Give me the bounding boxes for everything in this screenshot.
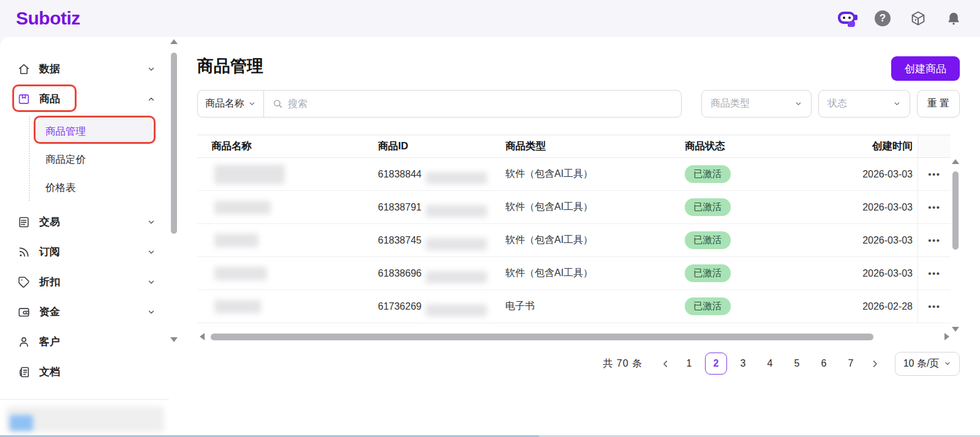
notification-bell-icon[interactable] xyxy=(944,9,963,28)
next-page-icon[interactable] xyxy=(865,353,884,374)
reset-button[interactable]: 重置 xyxy=(917,90,960,118)
column-header-actions xyxy=(918,135,951,157)
wallet-icon xyxy=(17,305,31,319)
scroll-right-arrow-icon[interactable] xyxy=(944,333,949,340)
more-actions-icon[interactable]: ••• xyxy=(928,304,940,309)
column-header: 商品类型 xyxy=(505,140,680,153)
logo: Subotiz xyxy=(16,8,80,29)
rss-icon xyxy=(17,245,31,259)
status-placeholder: 状态 xyxy=(827,97,847,110)
product-id: 61838745 xyxy=(378,235,421,245)
table-row: 61838696软件（包含AI工具）已激活2026-03-03••• xyxy=(197,257,951,290)
search-field-select[interactable]: 商品名称 xyxy=(198,91,264,117)
status-badge: 已激活 xyxy=(685,297,731,315)
redacted-product-name xyxy=(214,165,285,184)
redacted-product-id xyxy=(426,172,487,184)
page-number-5[interactable]: 5 xyxy=(786,353,808,375)
sidebar-subitem-价格表[interactable]: 价格表 xyxy=(37,175,156,201)
page-number-2[interactable]: 2 xyxy=(705,353,727,375)
product-type-cell: 软件（包含AI工具） xyxy=(505,234,680,247)
sidebar-subitem-商品定价[interactable]: 商品定价 xyxy=(37,147,156,173)
scroll-down-arrow-icon[interactable] xyxy=(952,327,959,332)
sidebar-item-折扣[interactable]: 折扣 xyxy=(0,267,169,297)
sidebar-scrollbar-thumb[interactable] xyxy=(171,53,177,234)
help-icon[interactable]: ? xyxy=(873,9,892,28)
created-date-cell: 2026-03-03 xyxy=(846,268,918,279)
pagination-total: 共 70 条 xyxy=(603,357,643,370)
submenu-guide-line xyxy=(29,116,30,201)
package-icon[interactable] xyxy=(909,9,927,28)
sidebar-item-资金[interactable]: 资金 xyxy=(0,297,169,327)
table-row: 61838791软件（包含AI工具）已激活2026-03-03••• xyxy=(197,191,951,224)
user-icon xyxy=(17,335,31,349)
more-actions-icon[interactable]: ••• xyxy=(928,205,940,210)
page-number-1[interactable]: 1 xyxy=(678,353,700,375)
product-type-cell: 软件（包含AI工具） xyxy=(505,267,680,280)
sidebar-item-商品[interactable]: 商品 xyxy=(0,84,169,114)
product-status-cell: 已激活 xyxy=(680,165,846,183)
sidebar-item-label: 文档 xyxy=(39,365,60,379)
created-date-cell: 2026-03-03 xyxy=(846,235,918,246)
scroll-left-arrow-icon[interactable] xyxy=(200,333,205,340)
page-number-3[interactable]: 3 xyxy=(732,353,754,375)
search-box xyxy=(264,91,681,117)
sidebar-item-label: 数据 xyxy=(39,62,60,76)
row-actions-cell: ••• xyxy=(918,257,951,289)
create-product-button[interactable]: 创建商品 xyxy=(891,56,960,81)
more-actions-icon[interactable]: ••• xyxy=(928,238,940,243)
created-date-cell: 2026-02-28 xyxy=(846,301,918,312)
sidebar-item-label: 折扣 xyxy=(39,275,60,289)
pagination: 共 70 条 1234567 10 条/页 xyxy=(603,351,960,376)
assistant-robot-icon[interactable] xyxy=(838,9,856,28)
chevron-up-icon xyxy=(147,95,156,103)
search-combo: 商品名称 xyxy=(197,90,682,118)
sidebar-item-交易[interactable]: 交易 xyxy=(0,207,169,237)
created-date-cell: 2026-03-03 xyxy=(846,202,918,213)
sidebar-subitem-商品管理[interactable]: 商品管理 xyxy=(37,119,156,144)
table-horizontal-scrollbar[interactable] xyxy=(197,331,951,342)
page-number-7[interactable]: 7 xyxy=(840,353,862,375)
redacted-product-id xyxy=(426,271,487,283)
row-actions-cell: ••• xyxy=(918,191,951,223)
scroll-down-arrow-icon[interactable] xyxy=(170,337,178,342)
sidebar-footer-divider xyxy=(0,399,169,400)
product-type-cell: 软件（包含AI工具） xyxy=(505,168,680,181)
scroll-up-arrow-icon[interactable] xyxy=(170,39,178,44)
table-vertical-scrollbar[interactable] xyxy=(951,159,960,332)
list-icon xyxy=(17,215,31,229)
table-row: 61736269电子书已激活2026-02-28••• xyxy=(197,290,951,323)
chevron-down-icon xyxy=(147,278,156,286)
product-id: 61838791 xyxy=(378,202,421,212)
sidebar-item-文档[interactable]: 文档 xyxy=(0,357,169,387)
sidebar-scrollbar[interactable] xyxy=(170,39,178,382)
search-input[interactable] xyxy=(288,99,681,110)
page-number-4[interactable]: 4 xyxy=(759,353,781,375)
created-date-cell: 2026-03-03 xyxy=(846,169,918,180)
sidebar-item-label: 客户 xyxy=(39,335,60,349)
page-number-6[interactable]: 6 xyxy=(813,353,835,375)
scroll-up-arrow-icon[interactable] xyxy=(952,159,959,164)
page-size-select[interactable]: 10 条/页 xyxy=(895,352,960,376)
chevron-down-icon xyxy=(893,100,901,108)
table-header-row: 商品名称商品ID商品类型商品状态创建时间 xyxy=(197,135,951,158)
table-vscroll-thumb[interactable] xyxy=(952,171,959,250)
sidebar-submenu: 商品管理商品定价价格表 xyxy=(0,114,169,207)
more-actions-icon[interactable]: ••• xyxy=(928,271,940,276)
table-hscroll-thumb[interactable] xyxy=(211,334,873,340)
product-type-cell: 软件（包含AI工具） xyxy=(505,201,680,214)
sidebar-item-订阅[interactable]: 订阅 xyxy=(0,237,169,267)
sidebar-item-数据[interactable]: 数据 xyxy=(0,54,169,84)
product-type-select[interactable]: 商品类型 xyxy=(701,90,812,118)
product-status-cell: 已激活 xyxy=(680,231,846,249)
product-id: 61736269 xyxy=(378,301,421,312)
status-select[interactable]: 状态 xyxy=(818,90,910,118)
sidebar-item-label: 资金 xyxy=(39,305,60,319)
previous-page-icon[interactable] xyxy=(656,353,674,374)
redacted-product-name xyxy=(214,300,261,313)
chevron-down-icon xyxy=(147,218,156,226)
box-icon xyxy=(17,92,31,106)
sidebar-item-客户[interactable]: 客户 xyxy=(0,327,169,357)
sidebar-item-label: 订阅 xyxy=(39,245,60,259)
sidebar-nav: 数据商品商品管理商品定价价格表交易订阅折扣资金客户文档 xyxy=(0,37,169,435)
more-actions-icon[interactable]: ••• xyxy=(928,172,940,177)
